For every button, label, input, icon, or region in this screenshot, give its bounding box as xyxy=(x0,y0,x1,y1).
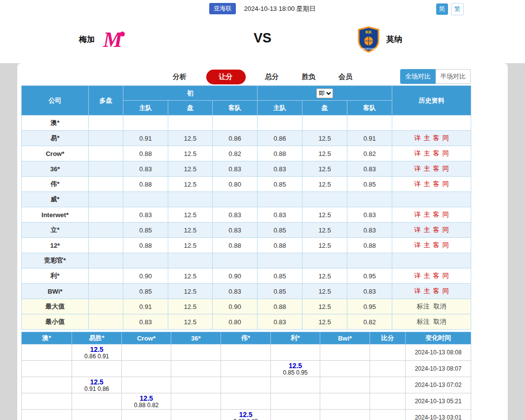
history-link[interactable]: 同 xyxy=(443,226,449,233)
compare-toggle: 全场对比 半场对比 xyxy=(400,69,471,84)
history-link[interactable]: 主 xyxy=(424,150,430,157)
history-link[interactable]: 详 xyxy=(414,241,421,249)
live-home-cell xyxy=(258,192,302,207)
history-link[interactable]: 同 xyxy=(443,134,449,142)
live-away-cell: 0.95 xyxy=(347,268,392,284)
company-cell: 立* xyxy=(22,223,89,238)
history-link[interactable]: 详 xyxy=(414,150,421,157)
lang-simplified-button[interactable]: 简 xyxy=(436,3,448,15)
history-link[interactable]: 主 xyxy=(424,241,430,249)
history-link[interactable]: 客 xyxy=(433,226,440,233)
live-handicap-cell: 12.5 xyxy=(302,238,347,253)
compare-half-button[interactable]: 半场对比 xyxy=(436,69,471,84)
changes-header-yisheng: 易胜* xyxy=(72,332,122,344)
history-link[interactable]: 主 xyxy=(424,287,430,295)
empty-cell xyxy=(370,344,406,361)
history-link[interactable]: 同 xyxy=(443,241,449,249)
live-home-cell xyxy=(258,253,302,268)
history-cell: 详主客同 xyxy=(392,268,471,284)
live-home-cell: 0.85 xyxy=(258,268,302,284)
odds-row: BWi*0.8512.50.830.8512.50.83详主客同 xyxy=(22,284,471,299)
history-link[interactable]: 同 xyxy=(443,150,449,157)
match-datetime: 2024-10-13 18:00 星期日 xyxy=(244,5,316,12)
history-link[interactable]: 详 xyxy=(414,165,421,172)
top-bar: 亚海联 2024-10-13 18:00 星期日 简 繁 xyxy=(0,0,525,16)
summary-row: 最小值0.8312.50.800.8312.50.82标注取消 xyxy=(22,314,471,330)
history-link[interactable]: 详 xyxy=(414,226,421,233)
history-link[interactable]: 详 xyxy=(414,134,421,142)
history-link[interactable]: 客 xyxy=(433,272,440,279)
history-link[interactable]: 同 xyxy=(443,211,449,218)
init-home-cell: 0.91 xyxy=(123,131,168,146)
history-link[interactable]: 详 xyxy=(414,287,421,295)
multi-cell xyxy=(89,299,123,314)
history-link[interactable]: 主 xyxy=(424,272,430,279)
init-away-cell: 0.83 xyxy=(213,207,258,223)
history-link[interactable]: 主 xyxy=(424,180,430,188)
col-header-history: 历史资料 xyxy=(392,86,471,115)
history-link[interactable]: 客 xyxy=(433,150,440,157)
live-away-cell: 0.83 xyxy=(347,161,392,177)
multi-cell xyxy=(89,131,123,146)
summary-label: 最大值 xyxy=(22,299,89,314)
history-link[interactable]: 主 xyxy=(424,134,430,142)
change-time-cell: 2024-10-13 07:02 xyxy=(406,377,471,393)
history-link[interactable]: 客 xyxy=(433,165,440,172)
odds-row: 立*0.8512.50.830.8512.50.83详主客同 xyxy=(22,223,471,238)
init-away-cell: 0.83 xyxy=(213,284,258,299)
compare-full-button[interactable]: 全场对比 xyxy=(400,69,436,84)
tab-handicap[interactable]: 让分 xyxy=(206,70,246,84)
tab-analysis[interactable]: 分析 xyxy=(173,73,187,81)
multi-cell xyxy=(89,314,123,330)
history-link[interactable]: 主 xyxy=(424,226,430,233)
company-cell: Crow* xyxy=(22,146,89,161)
history-link[interactable]: 同 xyxy=(443,180,449,188)
history-link[interactable]: 主 xyxy=(424,165,430,172)
live-home-cell: 0.83 xyxy=(258,161,302,177)
away-team-logo-icon: KK MORNAR xyxy=(358,26,379,53)
tab-total[interactable]: 总分 xyxy=(265,73,279,81)
history-link[interactable]: 详 xyxy=(414,180,421,188)
live-handicap-cell: 12.5 xyxy=(302,223,347,238)
odds-table: 公司 多盘 初 即 历史资料 主队 盘 客队 主队 盘 客队 澳*易*0.911… xyxy=(21,85,471,330)
svg-text:MORNAR: MORNAR xyxy=(362,47,375,50)
tab-member[interactable]: 会员 xyxy=(338,73,352,81)
odds-row: Crow*0.8812.50.820.8812.50.82详主客同 xyxy=(22,146,471,161)
init-handicap-cell: 12.5 xyxy=(168,223,213,238)
empty-cell xyxy=(370,361,406,377)
tab-winlose[interactable]: 胜负 xyxy=(301,73,315,81)
history-link[interactable]: 客 xyxy=(433,134,440,142)
changes-header-score: 比分 xyxy=(370,332,406,344)
odds-row: 利*0.9012.50.900.8512.50.95详主客同 xyxy=(22,268,471,284)
history-link[interactable]: 详 xyxy=(414,211,421,218)
odds-row: 易*0.9112.50.860.8612.50.91详主客同 xyxy=(22,131,471,146)
init-home-cell: 0.85 xyxy=(123,284,168,299)
summary-row: 最大值0.9112.50.900.8812.50.95标注取消 xyxy=(22,299,471,314)
company-cell: 易* xyxy=(22,131,89,146)
history-link[interactable]: 客 xyxy=(433,211,440,218)
summary-action-link[interactable]: 取消 xyxy=(434,303,447,310)
empty-cell xyxy=(320,410,370,420)
lang-traditional-button[interactable]: 繁 xyxy=(451,3,464,15)
history-link[interactable]: 同 xyxy=(443,272,449,279)
summary-action-link[interactable]: 标注 xyxy=(417,318,430,325)
summary-action-link[interactable]: 取消 xyxy=(434,318,447,325)
init-away-cell xyxy=(213,192,258,207)
history-link[interactable]: 主 xyxy=(424,211,430,218)
history-link[interactable]: 详 xyxy=(414,272,421,279)
history-cell: 详主客同 xyxy=(392,146,471,161)
col-header-live: 即 xyxy=(258,86,392,101)
empty-cell xyxy=(22,344,72,361)
col-header-live-handicap: 盘 xyxy=(302,101,347,115)
history-link[interactable]: 客 xyxy=(433,180,440,188)
col-header-multi: 多盘 xyxy=(89,86,123,115)
summary-action-link[interactable]: 标注 xyxy=(417,303,430,310)
page-background: 分析 让分 总分 胜负 会员 全场对比 半场对比 公司 多盘 初 xyxy=(0,63,525,420)
history-link[interactable]: 客 xyxy=(433,241,440,249)
live-mode-select[interactable]: 即 xyxy=(316,88,333,98)
empty-cell xyxy=(22,377,72,393)
history-link[interactable]: 同 xyxy=(443,287,449,295)
history-link[interactable]: 同 xyxy=(443,165,449,172)
live-handicap-cell: 12.5 xyxy=(302,146,347,161)
history-link[interactable]: 客 xyxy=(433,287,440,295)
